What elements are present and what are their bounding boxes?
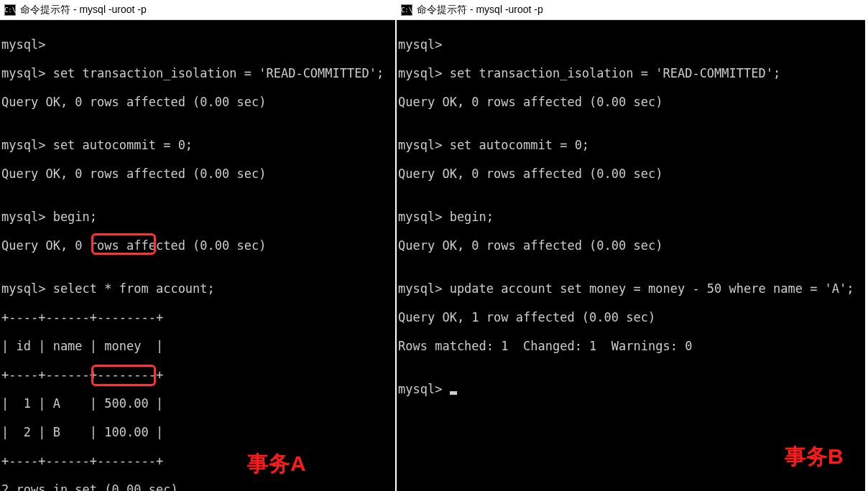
console-line: mysql>	[1, 37, 395, 52]
console-prompt: mysql>	[398, 382, 865, 396]
table-separator: +----+------+--------+	[1, 310, 395, 324]
terminal-window-right: C:\ 命令提示符 - mysql -uroot -p mysql> mysql…	[397, 0, 867, 491]
console-line: Query OK, 1 row affected (0.00 sec)	[398, 310, 865, 324]
console-line: mysql> begin;	[1, 210, 395, 224]
window-title-right: 命令提示符 - mysql -uroot -p	[417, 4, 543, 17]
cursor-icon	[450, 391, 457, 395]
console-line: mysql> select * from account;	[1, 281, 395, 296]
table-separator: +----+------+--------+	[1, 368, 395, 382]
console-left[interactable]: mysql> mysql> set transaction_isolation …	[0, 20, 395, 491]
console-line: mysql> set transaction_isolation = 'READ…	[1, 66, 395, 80]
cmd-icon: C:\	[4, 4, 16, 16]
table-header-row: | id | name | money |	[1, 339, 395, 353]
console-line: mysql> update account set money = money …	[398, 281, 865, 296]
console-right[interactable]: mysql> mysql> set transaction_isolation …	[397, 20, 865, 491]
title-bar-left[interactable]: C:\ 命令提示符 - mysql -uroot -p	[0, 0, 395, 20]
console-line: mysql> set autocommit = 0;	[398, 138, 865, 152]
console-line: Query OK, 0 rows affected (0.00 sec)	[398, 95, 865, 109]
transaction-label-a: 事务A	[247, 457, 306, 471]
console-line: Query OK, 0 rows affected (0.00 sec)	[1, 167, 395, 181]
console-line: mysql> set transaction_isolation = 'READ…	[398, 66, 865, 80]
title-bar-right[interactable]: C:\ 命令提示符 - mysql -uroot -p	[397, 0, 865, 20]
console-line: mysql>	[398, 37, 865, 52]
terminal-window-left: C:\ 命令提示符 - mysql -uroot -p mysql> mysql…	[0, 0, 397, 491]
console-line: Query OK, 0 rows affected (0.00 sec)	[1, 95, 395, 109]
table-row: | 1 | A | 500.00 |	[1, 396, 395, 411]
window-title-left: 命令提示符 - mysql -uroot -p	[20, 4, 147, 17]
console-line: mysql> begin;	[398, 210, 865, 224]
console-line: 2 rows in set (0.00 sec)	[1, 482, 395, 491]
console-line: Query OK, 0 rows affected (0.00 sec)	[1, 238, 395, 253]
console-line: Query OK, 0 rows affected (0.00 sec)	[398, 238, 865, 253]
console-line: mysql> set autocommit = 0;	[1, 138, 395, 152]
table-separator: +----+------+--------+	[1, 454, 395, 468]
console-line: Query OK, 0 rows affected (0.00 sec)	[398, 167, 865, 181]
console-line: Rows matched: 1 Changed: 1 Warnings: 0	[398, 339, 865, 353]
cmd-icon: C:\	[401, 4, 412, 16]
transaction-label-b: 事务B	[785, 449, 844, 464]
table-row: | 2 | B | 100.00 |	[1, 425, 395, 439]
